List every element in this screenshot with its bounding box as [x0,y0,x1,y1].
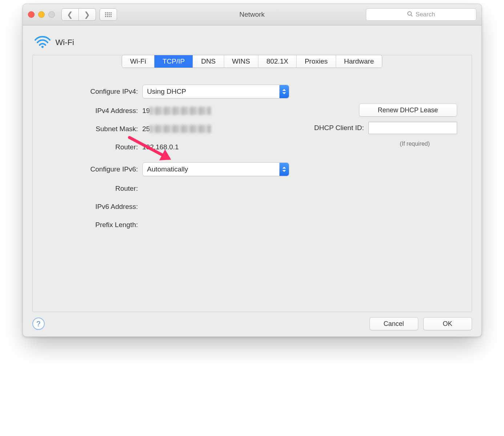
help-button[interactable]: ? [32,318,45,330]
interface-name: Wi-Fi [56,38,74,47]
renew-dhcp-lease-button[interactable]: Renew DHCP Lease [359,104,457,117]
tab-proxies[interactable]: Proxies [297,55,336,68]
settings-tabs: Wi-FiTCP/IPDNSWINS802.1XProxiesHardware [122,55,382,68]
tab-802-1x[interactable]: 802.1X [258,55,297,68]
show-all-button[interactable] [100,8,117,21]
zoom-window-button[interactable] [48,11,55,18]
tab-wins[interactable]: WINS [224,55,259,68]
wifi-icon [34,35,51,50]
tab-hardware[interactable]: Hardware [336,55,382,68]
svg-point-0 [408,12,411,15]
ipv6-address-label: IPv6 Address: [47,203,142,211]
ipv6-router-label: Router: [47,185,142,193]
dhcp-client-id-label: DHCP Client ID: [314,124,368,132]
configure-ipv4-value: Using DHCP [147,88,186,96]
forward-button[interactable]: ❯ [79,8,96,21]
tab-dns[interactable]: DNS [193,55,224,68]
ipv4-address-value: 19 [142,107,211,115]
cancel-button[interactable]: Cancel [370,317,418,330]
subnet-mask-value: 25 [142,125,211,133]
dhcp-client-id-input[interactable] [368,122,457,134]
tab-wi-fi[interactable]: Wi-Fi [122,55,154,68]
title-bar: ❮ ❯ Network Search [23,4,481,25]
stepper-icon [279,85,289,98]
configure-ipv4-label: Configure IPv4: [47,88,142,96]
grid-icon [105,12,112,17]
chevron-right-icon: ❯ [84,10,90,19]
ok-button[interactable]: OK [423,317,472,330]
router-value: 192.168.0.1 [142,143,179,151]
configure-ipv6-label: Configure IPv6: [47,165,142,173]
dhcp-client-id-hint: (If required) [373,141,457,147]
configure-ipv4-select[interactable]: Using DHCP [142,85,289,98]
ipv4-address-label: IPv4 Address: [47,107,142,115]
router-label: Router: [47,143,142,151]
close-window-button[interactable] [28,11,35,18]
search-field[interactable]: Search [366,8,476,21]
tab-tcp-ip[interactable]: TCP/IP [154,55,193,68]
search-icon [407,11,413,19]
configure-ipv6-select[interactable]: Automatically [142,162,289,176]
stepper-icon [279,163,289,176]
redacted-ipv4-address [149,107,211,115]
prefix-length-label: Prefix Length: [47,221,142,229]
redacted-subnet [149,125,211,133]
interface-header: Wi-Fi [34,35,472,50]
minimize-window-button[interactable] [38,11,45,18]
settings-panel: Wi-FiTCP/IPDNSWINS802.1XProxiesHardware … [32,55,472,312]
search-placeholder: Search [416,11,435,18]
chevron-left-icon: ❮ [67,10,73,19]
svg-point-2 [41,46,44,48]
svg-line-1 [411,15,412,16]
help-icon: ? [36,320,40,328]
nav-buttons: ❮ ❯ [61,8,96,21]
configure-ipv6-value: Automatically [147,165,188,173]
subnet-mask-label: Subnet Mask: [47,125,142,133]
back-button[interactable]: ❮ [61,8,79,21]
network-preferences-window: ❮ ❯ Network Search [23,4,482,337]
traffic-lights [28,11,55,18]
